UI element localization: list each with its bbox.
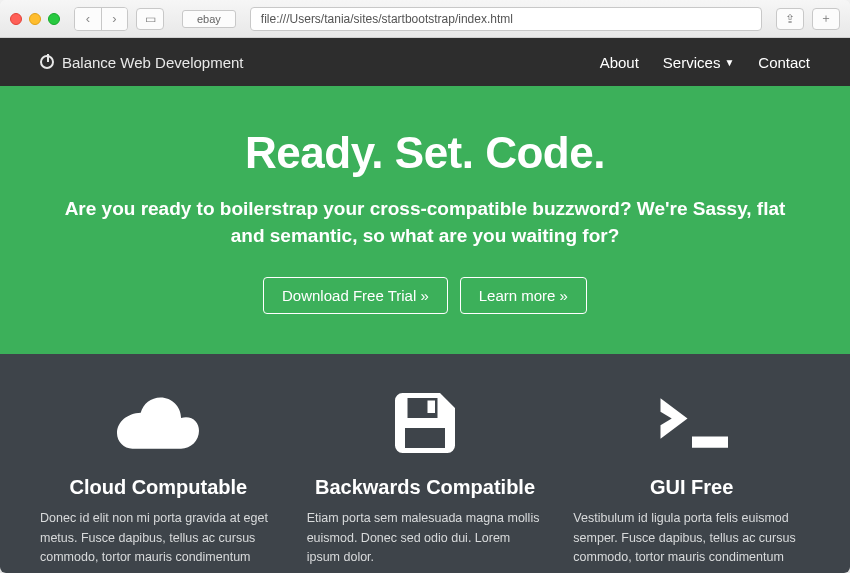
- feature-title: GUI Free: [573, 476, 810, 499]
- hero-title: Ready. Set. Code.: [60, 128, 790, 178]
- terminal-icon: [573, 384, 810, 462]
- new-tab-button[interactable]: ＋: [812, 8, 840, 30]
- feature-title: Backwards Compatible: [307, 476, 544, 499]
- site-navbar: Balance Web Development About Services ▼…: [0, 38, 850, 86]
- chevron-down-icon: ▼: [724, 57, 734, 68]
- nav-services[interactable]: Services ▼: [663, 54, 734, 71]
- feature-body: Etiam porta sem malesuada magna mollis e…: [307, 509, 544, 567]
- nav-about[interactable]: About: [600, 54, 639, 71]
- hero-subtitle: Are you ready to boilerstrap your cross-…: [60, 196, 790, 249]
- feature-body: Donec id elit non mi porta gravida at eg…: [40, 509, 277, 567]
- feature-terminal: GUI Free Vestibulum id ligula porta feli…: [573, 384, 810, 567]
- maximize-window-button[interactable]: [48, 13, 60, 25]
- brand-text: Balance Web Development: [62, 54, 244, 71]
- sidebar-toggle-button[interactable]: ▭: [136, 8, 164, 30]
- nav-back-forward: ‹ ›: [74, 7, 128, 31]
- hero-section: Ready. Set. Code. Are you ready to boile…: [0, 86, 850, 354]
- power-icon: [40, 55, 54, 69]
- address-bar[interactable]: file:///Users/tania/sites/startbootstrap…: [250, 7, 762, 31]
- floppy-icon: [307, 384, 544, 462]
- nav-links: About Services ▼ Contact: [600, 54, 810, 71]
- feature-cloud: Cloud Computable Donec id elit non mi po…: [40, 384, 277, 567]
- feature-floppy: Backwards Compatible Etiam porta sem mal…: [307, 384, 544, 567]
- browser-toolbar: ‹ › ▭ ebay file:///Users/tania/sites/sta…: [0, 0, 850, 38]
- forward-button[interactable]: ›: [101, 8, 127, 30]
- feature-body: Vestibulum id ligula porta felis euismod…: [573, 509, 810, 567]
- browser-tab[interactable]: ebay: [182, 10, 236, 28]
- share-button[interactable]: ⇪: [776, 8, 804, 30]
- learn-more-button[interactable]: Learn more »: [460, 277, 587, 314]
- download-trial-button[interactable]: Download Free Trial »: [263, 277, 448, 314]
- cloud-icon: [40, 384, 277, 462]
- nav-contact[interactable]: Contact: [758, 54, 810, 71]
- window-controls: [10, 13, 60, 25]
- minimize-window-button[interactable]: [29, 13, 41, 25]
- page-content: Balance Web Development About Services ▼…: [0, 38, 850, 573]
- close-window-button[interactable]: [10, 13, 22, 25]
- brand[interactable]: Balance Web Development: [40, 54, 244, 71]
- nav-services-label: Services: [663, 54, 721, 71]
- feature-title: Cloud Computable: [40, 476, 277, 499]
- hero-button-row: Download Free Trial » Learn more »: [60, 277, 790, 314]
- features-section: Cloud Computable Donec id elit non mi po…: [0, 354, 850, 573]
- back-button[interactable]: ‹: [75, 8, 101, 30]
